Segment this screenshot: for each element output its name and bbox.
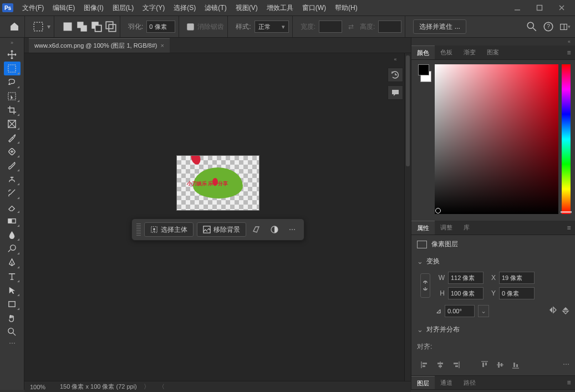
search-icon[interactable] <box>526 21 537 32</box>
gradient-tool[interactable] <box>4 214 21 228</box>
crop-tool[interactable] <box>4 103 21 117</box>
menu-edit[interactable]: 编辑(E) <box>48 1 79 15</box>
select-and-mask-button[interactable]: 选择并遮住 ... <box>413 19 466 34</box>
lasso-tool[interactable] <box>4 75 21 89</box>
feather-input[interactable] <box>146 21 175 33</box>
dock-expand[interactable]: « <box>394 57 396 62</box>
zoom-tool[interactable] <box>4 325 21 339</box>
flip-horizontal-icon[interactable] <box>548 306 557 317</box>
frame-tool[interactable] <box>4 117 21 131</box>
hue-slider[interactable] <box>562 64 571 214</box>
transform-icon[interactable] <box>250 222 264 237</box>
comments-panel-icon[interactable] <box>388 85 403 100</box>
tab-gradients[interactable]: 渐变 <box>458 45 481 59</box>
minimize-button[interactable] <box>506 1 528 14</box>
menu-layer[interactable]: 图层(L) <box>108 1 139 15</box>
marquee-tool-preset-icon[interactable] <box>33 21 44 32</box>
align-left-icon[interactable] <box>420 360 429 371</box>
remove-background-button[interactable]: 移除背景 <box>197 222 246 237</box>
align-section-header[interactable]: 对齐并分布 <box>417 325 569 334</box>
maximize-button[interactable] <box>528 1 551 14</box>
menu-select[interactable]: 选择(S) <box>169 1 200 15</box>
fg-bg-swatches[interactable] <box>416 64 431 216</box>
info-chevron-icon-2[interactable]: 〈 <box>159 383 165 391</box>
close-button[interactable] <box>551 1 573 14</box>
panel-menu-icon[interactable]: ≡ <box>563 221 575 235</box>
tab-adjustments[interactable]: 调整 <box>435 221 458 235</box>
document-info[interactable]: 150 像素 x 100 像素 (72 ppi) <box>60 383 137 391</box>
menu-image[interactable]: 图像(I) <box>79 1 108 15</box>
type-tool[interactable] <box>4 269 21 283</box>
align-bottom-icon[interactable] <box>511 360 520 371</box>
vertical-scrollbar[interactable] <box>404 53 411 390</box>
info-chevron-icon[interactable]: 〉 <box>144 383 150 391</box>
workspace-icon[interactable]: ▾ <box>559 21 571 32</box>
clone-stamp-tool[interactable] <box>4 172 21 186</box>
history-brush-tool[interactable] <box>4 186 21 200</box>
transform-section-header[interactable]: 变换 <box>417 257 569 266</box>
color-field[interactable] <box>435 64 558 214</box>
tab-libraries[interactable]: 库 <box>458 221 475 235</box>
drag-grip-icon[interactable] <box>136 223 141 236</box>
tool-expand[interactable]: » <box>11 40 13 48</box>
align-top-icon[interactable] <box>480 360 489 371</box>
tab-layers[interactable]: 图层 <box>411 376 435 389</box>
menu-filter[interactable]: 滤镜(T) <box>200 1 231 15</box>
tool-more[interactable]: ⋯ <box>4 339 21 348</box>
new-selection-icon[interactable] <box>62 21 73 32</box>
tab-patterns[interactable]: 图案 <box>481 45 505 59</box>
move-tool[interactable] <box>4 48 21 62</box>
tab-channels[interactable]: 通道 <box>435 376 458 389</box>
blur-tool[interactable] <box>4 228 21 242</box>
healing-brush-tool[interactable] <box>4 145 21 159</box>
panel-menu-icon[interactable]: ≡ <box>563 45 575 59</box>
dodge-tool[interactable] <box>4 242 21 256</box>
tab-properties[interactable]: 属性 <box>411 221 435 235</box>
align-right-icon[interactable] <box>451 360 460 371</box>
document-tab[interactable]: www.x6d.com.png @ 100% (图层 1, RGB/8#) × <box>29 38 170 53</box>
y-field[interactable] <box>499 287 535 299</box>
height-field[interactable] <box>448 287 484 299</box>
panel-menu-icon[interactable]: ≡ <box>563 376 575 389</box>
adjustment-icon[interactable] <box>267 222 282 237</box>
flip-vertical-icon[interactable] <box>562 306 569 317</box>
menu-type[interactable]: 文字(Y) <box>138 1 169 15</box>
style-select[interactable]: 正常▾ <box>255 21 289 33</box>
tab-paths[interactable]: 路径 <box>458 376 481 389</box>
zoom-level[interactable]: 100% <box>30 384 53 390</box>
close-icon[interactable]: × <box>160 42 164 49</box>
intersect-selection-icon[interactable] <box>105 21 116 32</box>
canvas-image[interactable]: 小刀娱乐 乐于分享 <box>176 155 259 211</box>
link-wh-icon[interactable] <box>420 273 430 298</box>
eyedropper-tool[interactable] <box>4 131 21 145</box>
angle-dropdown[interactable]: ⌄ <box>478 305 489 317</box>
brush-tool[interactable] <box>4 159 21 172</box>
panel-collapse[interactable]: « <box>411 38 575 45</box>
shape-tool[interactable] <box>4 297 21 311</box>
width-field[interactable] <box>448 272 484 284</box>
menu-window[interactable]: 窗口(W) <box>298 1 330 15</box>
marquee-tool[interactable] <box>4 62 21 75</box>
foreground-swatch[interactable] <box>418 64 429 75</box>
align-more-icon[interactable]: ⋯ <box>563 360 569 371</box>
eraser-tool[interactable] <box>4 200 21 214</box>
menu-help[interactable]: 帮助(H) <box>330 1 362 15</box>
tab-color[interactable]: 颜色 <box>411 45 435 59</box>
more-icon[interactable]: ⋯ <box>285 222 299 237</box>
pen-tool[interactable] <box>4 256 21 269</box>
angle-field[interactable] <box>445 305 475 317</box>
subtract-selection-icon[interactable] <box>91 21 102 32</box>
x-field[interactable] <box>499 272 535 284</box>
menu-plugins[interactable]: 增效工具 <box>262 1 298 15</box>
align-hcenter-icon[interactable] <box>436 360 445 371</box>
home-button[interactable] <box>8 20 21 33</box>
canvas[interactable]: 小刀娱乐 乐于分享 选择主体 移除背景 ⋯ <box>24 53 411 390</box>
tab-swatches[interactable]: 色板 <box>435 45 458 59</box>
align-vcenter-icon[interactable] <box>496 360 505 371</box>
object-select-tool[interactable] <box>4 89 21 103</box>
history-panel-icon[interactable] <box>388 68 403 82</box>
hand-tool[interactable] <box>4 311 21 325</box>
help-icon[interactable]: ? <box>543 21 554 32</box>
select-subject-button[interactable]: 选择主体 <box>144 222 194 237</box>
path-select-tool[interactable] <box>4 283 21 297</box>
